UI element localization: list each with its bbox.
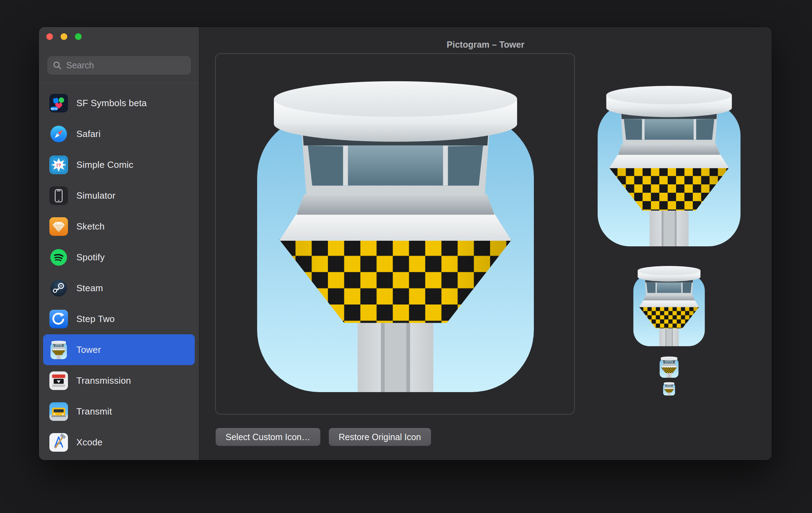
tower-icon-preview-micro bbox=[663, 382, 675, 396]
search-icon bbox=[53, 61, 62, 70]
tower-icon-preview-medium bbox=[598, 84, 741, 246]
tower-icon bbox=[49, 341, 68, 359]
sidebar-item-spotify[interactable]: Spotify bbox=[43, 242, 195, 273]
sidebar-item-steam[interactable]: Steam bbox=[43, 273, 195, 303]
close-button[interactable] bbox=[46, 33, 53, 40]
sidebar-item-safari[interactable]: Safari bbox=[43, 118, 195, 149]
pictogram-window: BETA SF Symbols beta Safari bbox=[39, 27, 772, 460]
app-label: Safari bbox=[76, 129, 101, 139]
sketch-icon bbox=[49, 217, 68, 236]
minimize-button[interactable] bbox=[61, 33, 67, 40]
main-content: Pictogram – Tower Select Custom Icon… R bbox=[199, 27, 772, 460]
app-label: Transmission bbox=[76, 375, 131, 386]
svg-text:BETA: BETA bbox=[51, 107, 57, 110]
action-buttons: Select Custom Icon… Restore Original Ico… bbox=[215, 428, 431, 446]
search-input[interactable] bbox=[66, 60, 186, 70]
step-two-icon bbox=[49, 310, 68, 328]
sidebar-item-simulator[interactable]: Simulator bbox=[43, 180, 195, 211]
desktop-background: BETA SF Symbols beta Safari bbox=[0, 0, 812, 513]
app-label: Xcode bbox=[76, 437, 103, 448]
steam-icon bbox=[49, 279, 68, 297]
sidebar: BETA SF Symbols beta Safari bbox=[39, 27, 199, 460]
traffic-lights bbox=[46, 33, 82, 40]
app-label: Steam bbox=[76, 283, 103, 294]
simulator-icon bbox=[49, 186, 68, 205]
transmission-icon bbox=[49, 371, 68, 390]
sidebar-item-xcode[interactable]: Xcode bbox=[43, 427, 195, 458]
app-label: Simple Comic bbox=[76, 159, 133, 170]
sidebar-item-sf-symbols[interactable]: BETA SF Symbols beta bbox=[43, 88, 195, 118]
sidebar-item-step-two[interactable]: Step Two bbox=[43, 303, 195, 334]
transmit-icon bbox=[49, 402, 68, 421]
xcode-icon bbox=[49, 433, 68, 452]
app-label: Tower bbox=[76, 344, 101, 355]
zoom-button[interactable] bbox=[75, 33, 82, 40]
tower-icon-preview-tiny bbox=[660, 356, 679, 378]
app-list: BETA SF Symbols beta Safari bbox=[39, 83, 199, 460]
sidebar-item-sketch[interactable]: Sketch bbox=[43, 211, 195, 242]
app-label: Step Two bbox=[76, 314, 115, 324]
app-label: Spotify bbox=[76, 252, 105, 263]
app-label: Simulator bbox=[76, 190, 116, 201]
restore-original-icon-button[interactable]: Restore Original Icon bbox=[329, 428, 431, 446]
app-label: SF Symbols beta bbox=[76, 98, 147, 109]
icon-preview-panel bbox=[215, 53, 575, 415]
sidebar-item-transmission[interactable]: Transmission bbox=[43, 365, 195, 396]
app-label: Transmit bbox=[76, 406, 112, 417]
tower-icon-preview-large bbox=[257, 78, 534, 392]
sidebar-item-simple-comic[interactable]: !? Simple Comic bbox=[43, 149, 195, 180]
app-label: Sketch bbox=[76, 221, 105, 232]
select-custom-icon-button[interactable]: Select Custom Icon… bbox=[215, 428, 321, 446]
window-title: Pictogram – Tower bbox=[199, 40, 772, 50]
tower-icon-preview-small bbox=[633, 265, 705, 346]
sidebar-item-transmit[interactable]: Transmit bbox=[43, 396, 195, 427]
spotify-icon bbox=[49, 248, 68, 267]
search-field[interactable] bbox=[47, 56, 191, 75]
simple-comic-icon: !? bbox=[49, 156, 68, 174]
safari-icon bbox=[49, 125, 68, 143]
sf-symbols-icon: BETA bbox=[49, 94, 68, 112]
sidebar-item-tower[interactable]: Tower bbox=[43, 334, 195, 365]
svg-text:!?: !? bbox=[56, 162, 61, 168]
